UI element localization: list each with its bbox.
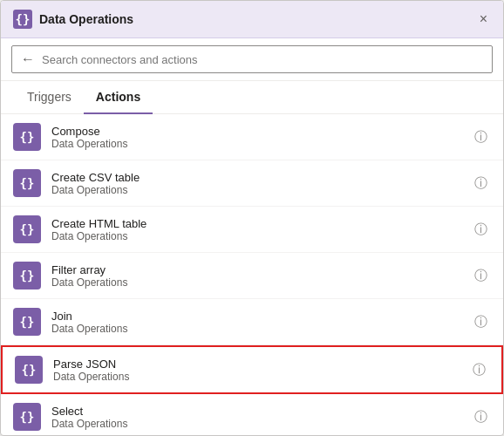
action-sub-parse-json: Data Operations [53, 371, 469, 383]
action-sub-join: Data Operations [51, 323, 471, 335]
info-button-join[interactable]: ⓘ [471, 312, 491, 332]
action-text-select: Select Data Operations [51, 405, 471, 430]
tab-triggers[interactable]: Triggers [15, 81, 84, 114]
action-icon-parse-json: {} [15, 356, 43, 384]
action-sub-create-html: Data Operations [51, 230, 471, 242]
action-item-compose[interactable]: {} Compose Data Operations ⓘ [1, 114, 503, 160]
action-text-filter-array: Filter array Data Operations [51, 263, 471, 289]
action-name-create-csv: Create CSV table [51, 171, 471, 184]
action-name-create-html: Create HTML table [51, 217, 471, 230]
action-item-select[interactable]: {} Select Data Operations ⓘ [1, 394, 503, 435]
data-operations-dialog: {} Data Operations × ← Triggers Actions … [0, 0, 504, 436]
back-arrow-icon[interactable]: ← [21, 51, 35, 67]
info-button-filter-array[interactable]: ⓘ [471, 266, 491, 286]
header-left: {} Data Operations [13, 10, 133, 29]
action-name-select: Select [51, 405, 471, 418]
info-button-select[interactable]: ⓘ [471, 407, 491, 427]
action-text-parse-json: Parse JSON Data Operations [53, 358, 469, 383]
dialog-header-icon: {} [13, 10, 32, 29]
action-text-join: Join Data Operations [51, 310, 471, 335]
close-button[interactable]: × [476, 10, 491, 28]
action-text-create-html: Create HTML table Data Operations [51, 217, 471, 242]
action-item-filter-array[interactable]: {} Filter array Data Operations ⓘ [1, 253, 503, 299]
action-name-join: Join [51, 310, 471, 323]
action-item-parse-json[interactable]: {} Parse JSON Data Operations ⓘ [1, 345, 503, 394]
dialog-title: Data Operations [39, 12, 133, 26]
action-name-parse-json: Parse JSON [53, 358, 469, 371]
action-sub-compose: Data Operations [51, 138, 471, 150]
tab-actions[interactable]: Actions [84, 81, 153, 114]
search-input[interactable] [42, 53, 483, 66]
tabs-row: Triggers Actions [1, 81, 503, 114]
action-name-filter-array: Filter array [51, 263, 471, 276]
action-sub-filter-array: Data Operations [51, 276, 471, 289]
info-button-create-html[interactable]: ⓘ [471, 220, 491, 240]
actions-list: {} Compose Data Operations ⓘ {} Create C… [1, 114, 503, 435]
info-button-parse-json[interactable]: ⓘ [469, 360, 489, 380]
info-button-create-csv[interactable]: ⓘ [471, 174, 491, 194]
action-item-create-csv[interactable]: {} Create CSV table Data Operations ⓘ [1, 160, 503, 207]
action-name-compose: Compose [51, 125, 471, 138]
action-icon-create-csv: {} [13, 169, 41, 197]
action-sub-create-csv: Data Operations [51, 184, 471, 196]
search-input-wrapper: ← [11, 45, 493, 73]
action-text-create-csv: Create CSV table Data Operations [51, 171, 471, 196]
action-sub-select: Data Operations [51, 418, 471, 430]
action-icon-compose: {} [13, 123, 41, 151]
action-icon-create-html: {} [13, 215, 41, 243]
dialog-header: {} Data Operations × [1, 1, 503, 38]
action-icon-filter-array: {} [13, 262, 41, 290]
action-icon-select: {} [13, 403, 41, 431]
info-button-compose[interactable]: ⓘ [471, 127, 491, 147]
action-icon-join: {} [13, 308, 41, 336]
action-text-compose: Compose Data Operations [51, 125, 471, 150]
action-item-join[interactable]: {} Join Data Operations ⓘ [1, 299, 503, 345]
action-item-create-html[interactable]: {} Create HTML table Data Operations ⓘ [1, 207, 503, 253]
search-bar: ← [1, 38, 503, 81]
